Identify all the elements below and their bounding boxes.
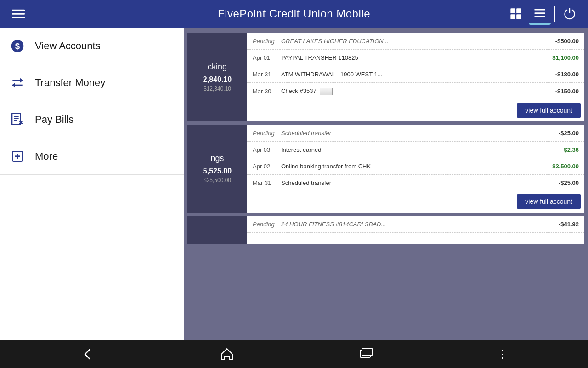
transaction-row: Mar 30 Check #3537 -$150.00 [247, 83, 584, 100]
sidebar-pay-bills-label: Pay Bills [35, 114, 74, 126]
content-area: cking 2,840.10 $12,340.10 Pending GREAT … [184, 28, 588, 340]
svg-marker-15 [12, 83, 15, 88]
account-transactions-checking: Pending GREAT LAKES HIGHER EDUCATION... … [247, 33, 584, 121]
svg-rect-3 [510, 8, 515, 13]
transaction-date: Mar 31 [253, 71, 277, 78]
account-left-checking: cking 2,840.10 $12,340.10 [187, 33, 247, 121]
main-container: $ View Accounts Transfer Money [0, 28, 588, 340]
account-available-savings: $25,500.00 [204, 177, 231, 184]
svg-rect-5 [510, 14, 515, 19]
transaction-row: Mar 31 ATM WITHDRAWAL - 1900 WEST 1... -… [247, 66, 584, 83]
transaction-row: Apr 02 Online banking transfer from CHK … [247, 158, 584, 175]
transaction-date: Pending [253, 38, 277, 45]
sidebar-item-transfer-money[interactable]: Transfer Money [0, 64, 184, 101]
transaction-row: Apr 01 PAYPAL TRANSFER 110825 $1,100.00 [247, 50, 584, 66]
transfer-icon [9, 75, 26, 91]
transaction-date: Pending [253, 130, 277, 137]
account-card-savings: ngs 5,525.00 $25,500.00 Pending Schedule… [187, 125, 584, 213]
grid-view-button[interactable] [505, 3, 527, 25]
account-left-savings: ngs 5,525.00 $25,500.00 [187, 125, 247, 213]
sidebar-item-more[interactable]: More [0, 138, 184, 175]
back-button[interactable] [79, 346, 96, 362]
transaction-desc: Scheduled transfer [281, 130, 555, 137]
svg-rect-7 [534, 9, 545, 10]
svg-rect-4 [516, 8, 521, 13]
transaction-desc: GREAT LAKES HIGHER EDUCATION... [281, 38, 552, 45]
pay-bills-icon [9, 111, 26, 128]
account-card-checking: cking 2,840.10 $12,340.10 Pending GREAT … [187, 33, 584, 121]
account-balance-savings: 5,525.00 [203, 167, 232, 175]
power-button[interactable] [559, 3, 581, 25]
sidebar-item-pay-bills[interactable]: Pay Bills [0, 101, 184, 138]
svg-rect-6 [516, 14, 521, 19]
app-title: FivePoint Credit Union Mobile [218, 7, 370, 20]
view-full-account-section-savings: view full account [247, 191, 584, 213]
svg-rect-1 [12, 13, 25, 15]
plus-icon [9, 148, 26, 165]
more-options-button[interactable]: ⋮ [497, 348, 509, 361]
svg-rect-0 [12, 10, 25, 11]
transaction-date: Mar 31 [253, 179, 277, 186]
view-full-account-section: view full account [247, 100, 584, 121]
transaction-date: Mar 30 [253, 88, 277, 95]
sidebar: $ View Accounts Transfer Money [0, 28, 184, 340]
svg-marker-13 [20, 78, 23, 83]
transaction-amount: -$500.00 [555, 38, 579, 45]
transaction-date: Apr 03 [253, 146, 277, 153]
transaction-desc: ATM WITHDRAWAL - 1900 WEST 1... [281, 71, 552, 78]
view-full-account-button-checking[interactable]: view full account [517, 103, 581, 118]
svg-rect-2 [12, 17, 25, 18]
recents-button[interactable] [358, 346, 374, 362]
transaction-desc: Scheduled transfer [281, 179, 555, 186]
svg-rect-8 [534, 12, 545, 14]
transaction-amount: $1,100.00 [552, 54, 579, 61]
transaction-desc: PAYPAL TRANSFER 110825 [281, 54, 548, 61]
list-view-button[interactable] [529, 3, 551, 25]
sidebar-view-accounts-label: View Accounts [35, 40, 101, 52]
transaction-desc: 24 HOUR FITNESS #814CARLSBAD... [281, 221, 555, 228]
sidebar-more-label: More [35, 150, 58, 162]
app-header: FivePoint Credit Union Mobile [0, 0, 588, 28]
transaction-amount: -$25.00 [559, 130, 579, 137]
svg-rect-24 [362, 348, 372, 356]
transaction-amount: -$180.00 [555, 71, 579, 78]
transaction-row: Apr 03 Interest earned $2.36 [247, 142, 584, 158]
svg-text:$: $ [15, 41, 20, 51]
account-type-savings: ngs [210, 154, 224, 163]
transaction-amount: -$150.00 [555, 88, 579, 95]
bottom-navigation: ⋮ [0, 340, 588, 368]
transaction-row: Pending 24 HOUR FITNESS #814CARLSBAD... … [247, 216, 584, 233]
transaction-desc: Check #3537 [281, 87, 552, 95]
transaction-date: Apr 01 [253, 54, 277, 61]
account-left-third [187, 216, 247, 244]
check-image-icon [320, 88, 333, 95]
transaction-amount: $2.36 [564, 146, 579, 153]
transaction-desc: Interest earned [281, 146, 560, 153]
sidebar-transfer-money-label: Transfer Money [35, 77, 105, 89]
transaction-desc: Online banking transfer from CHK [281, 163, 548, 170]
sidebar-item-view-accounts[interactable]: $ View Accounts [0, 28, 184, 64]
svg-rect-9 [534, 16, 545, 17]
transaction-row: Pending Scheduled transfer -$25.00 [247, 125, 584, 142]
account-transactions-third: Pending 24 HOUR FITNESS #814CARLSBAD... … [247, 216, 584, 244]
svg-rect-16 [12, 113, 21, 124]
header-divider [554, 6, 555, 22]
home-button[interactable] [219, 346, 235, 362]
header-actions [505, 3, 581, 25]
account-transactions-savings: Pending Scheduled transfer -$25.00 Apr 0… [247, 125, 584, 213]
transaction-row: Mar 31 Scheduled transfer -$25.00 [247, 175, 584, 191]
account-balance-checking: 2,840.10 [203, 75, 232, 84]
view-full-account-button-savings[interactable]: view full account [517, 194, 581, 209]
account-card-third: Pending 24 HOUR FITNESS #814CARLSBAD... … [187, 216, 584, 244]
transaction-row: Pending GREAT LAKES HIGHER EDUCATION... … [247, 33, 584, 50]
account-available-checking: $12,340.10 [204, 86, 231, 92]
transaction-amount: $3,500.00 [552, 163, 579, 170]
account-type-checking: cking [208, 62, 227, 72]
hamburger-menu-button[interactable] [7, 3, 29, 25]
transaction-date: Apr 02 [253, 163, 277, 170]
dollar-circle-icon: $ [9, 38, 26, 54]
transaction-date: Pending [253, 221, 277, 228]
transaction-amount: -$25.00 [559, 179, 579, 186]
transaction-amount: -$41.92 [559, 221, 579, 228]
